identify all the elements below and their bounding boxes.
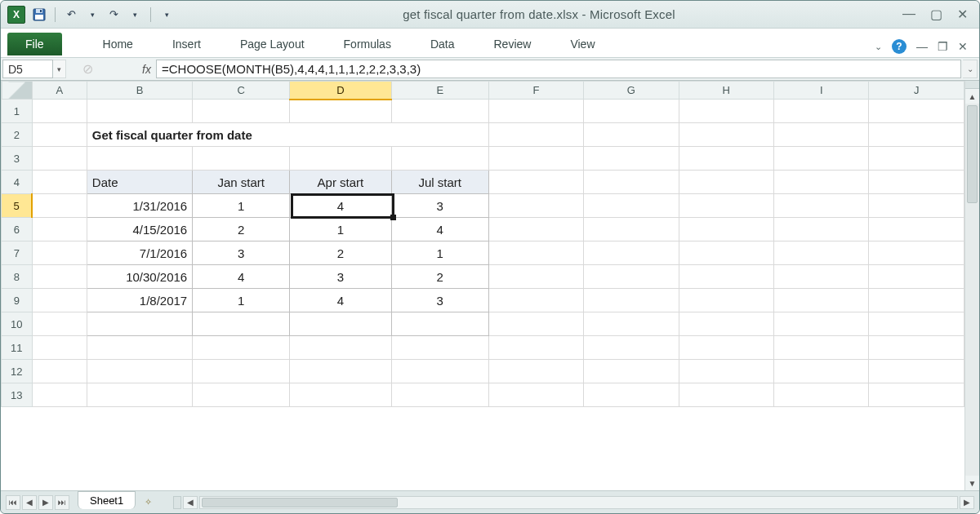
vertical-split-handle[interactable] xyxy=(965,81,979,89)
redo-dropdown-icon[interactable]: ▾ xyxy=(126,6,144,24)
table-cell[interactable] xyxy=(193,312,290,336)
table-header-jul[interactable]: Jul start xyxy=(391,171,488,194)
table-cell[interactable]: 1 xyxy=(290,218,392,241)
col-header[interactable]: I xyxy=(774,82,869,100)
sheet-nav-prev-icon[interactable]: ◀ xyxy=(22,495,37,510)
close-icon[interactable]: ✕ xyxy=(957,7,968,22)
row-header[interactable]: 6 xyxy=(2,218,33,241)
row-header[interactable]: 12 xyxy=(2,360,33,383)
name-box-dropdown-icon[interactable]: ▾ xyxy=(53,60,66,78)
row-header[interactable]: 13 xyxy=(2,383,33,407)
tab-data[interactable]: Data xyxy=(411,31,474,57)
vertical-scrollbar[interactable]: ▲ ▼ xyxy=(964,81,979,490)
row-header[interactable]: 4 xyxy=(2,171,33,194)
col-header[interactable]: E xyxy=(391,82,488,100)
redo-icon[interactable]: ↷ xyxy=(105,6,122,24)
row-header[interactable]: 11 xyxy=(2,336,33,360)
tab-review[interactable]: Review xyxy=(474,31,551,57)
sheet-nav-last-icon[interactable]: ⏭ xyxy=(55,495,69,510)
table-cell[interactable]: 4 xyxy=(290,289,392,312)
tab-view[interactable]: View xyxy=(550,31,614,57)
hscroll-thumb[interactable] xyxy=(202,498,398,507)
col-header[interactable]: F xyxy=(488,82,583,100)
table-cell[interactable]: 3 xyxy=(391,289,488,312)
maximize-icon[interactable]: ▢ xyxy=(930,7,942,22)
table-cell[interactable]: 4 xyxy=(391,218,488,241)
row-header[interactable]: 8 xyxy=(2,265,33,289)
sheet-nav-next-icon[interactable]: ▶ xyxy=(38,495,53,510)
fx-icon[interactable]: fx xyxy=(142,63,151,76)
horizontal-split-handle[interactable] xyxy=(173,496,181,509)
scroll-down-icon[interactable]: ▼ xyxy=(965,476,979,490)
fill-handle[interactable] xyxy=(390,215,396,220)
col-header[interactable]: J xyxy=(869,82,964,100)
table-cell[interactable]: 3 xyxy=(391,194,488,218)
row-header[interactable]: 10 xyxy=(2,312,33,336)
sheet-title[interactable]: Get fiscal quarter from date xyxy=(87,123,488,147)
table-cell[interactable]: 2 xyxy=(290,241,392,265)
col-header[interactable]: B xyxy=(87,82,192,100)
undo-icon[interactable]: ↶ xyxy=(62,6,80,24)
table-cell[interactable]: 1 xyxy=(391,241,488,265)
table-cell[interactable]: 2 xyxy=(391,265,488,289)
mdi-close-icon[interactable]: ✕ xyxy=(958,40,968,53)
col-header[interactable]: H xyxy=(679,82,773,100)
table-header-jan[interactable]: Jan start xyxy=(193,171,290,194)
undo-dropdown-icon[interactable]: ▾ xyxy=(83,6,101,24)
excel-app-icon[interactable]: X xyxy=(7,6,25,24)
table-cell[interactable]: 4 xyxy=(290,194,392,218)
new-sheet-icon[interactable]: ✧ xyxy=(139,495,157,510)
tab-page-layout[interactable]: Page Layout xyxy=(220,31,324,57)
table-cell[interactable]: 3 xyxy=(290,265,392,289)
save-icon[interactable] xyxy=(30,6,48,24)
row-header[interactable]: 3 xyxy=(2,147,33,171)
col-header[interactable]: C xyxy=(193,82,290,100)
table-cell[interactable] xyxy=(391,312,488,336)
hscroll-track[interactable] xyxy=(199,496,958,509)
scroll-up-icon[interactable]: ▲ xyxy=(965,89,979,104)
name-box[interactable]: D5 xyxy=(2,60,53,78)
file-tab[interactable]: File xyxy=(7,33,62,55)
horizontal-scrollbar[interactable]: ◀ ▶ xyxy=(173,496,974,509)
col-header[interactable]: G xyxy=(584,82,679,100)
table-cell[interactable]: 1 xyxy=(193,289,290,312)
table-header-apr[interactable]: Apr start xyxy=(290,171,392,194)
formula-expand-icon[interactable]: ⌄ xyxy=(963,60,978,78)
scroll-left-icon[interactable]: ◀ xyxy=(183,496,198,509)
formula-input[interactable]: =CHOOSE(MONTH(B5),4,4,4,1,1,1,2,2,2,3,3,… xyxy=(156,60,961,78)
table-cell[interactable]: 1/8/2017 xyxy=(87,289,192,312)
vscroll-track[interactable] xyxy=(965,104,979,476)
mdi-minimize-icon[interactable]: — xyxy=(916,40,928,53)
table-cell[interactable]: 1/31/2016 xyxy=(87,194,192,218)
row-header[interactable]: 1 xyxy=(2,100,33,123)
table-cell[interactable] xyxy=(290,312,392,336)
table-header-date[interactable]: Date xyxy=(87,171,192,194)
table-cell[interactable]: 3 xyxy=(193,241,290,265)
tab-home[interactable]: Home xyxy=(83,31,153,57)
row-header[interactable]: 5 xyxy=(2,194,33,218)
row-header[interactable]: 7 xyxy=(2,241,33,265)
table-cell[interactable]: 7/1/2016 xyxy=(87,241,192,265)
mdi-restore-icon[interactable]: ❐ xyxy=(938,40,948,53)
grid[interactable]: A B C D E F G H I J 1 2Get fiscal quarte… xyxy=(1,81,964,490)
qat-customize-icon[interactable]: ▾ xyxy=(158,6,176,24)
ribbon-minimize-icon[interactable]: ⌄ xyxy=(875,42,882,52)
minimize-icon[interactable]: — xyxy=(902,7,915,22)
table-cell[interactable]: 4 xyxy=(193,265,290,289)
scroll-right-icon[interactable]: ▶ xyxy=(960,496,974,509)
vscroll-thumb[interactable] xyxy=(967,105,978,203)
col-header[interactable]: A xyxy=(32,82,87,100)
select-all-corner[interactable] xyxy=(2,82,33,100)
sheet-nav-first-icon[interactable]: ⏮ xyxy=(6,495,20,510)
row-header[interactable]: 9 xyxy=(2,289,33,312)
table-cell[interactable]: 10/30/2016 xyxy=(87,265,192,289)
row-header[interactable]: 2 xyxy=(2,123,33,147)
table-cell[interactable]: 2 xyxy=(193,218,290,241)
tab-formulas[interactable]: Formulas xyxy=(324,31,411,57)
help-icon[interactable]: ? xyxy=(892,39,906,54)
sheet-tab-sheet1[interactable]: Sheet1 xyxy=(78,491,136,509)
col-header[interactable]: D xyxy=(290,82,392,100)
table-cell[interactable]: 4/15/2016 xyxy=(87,218,192,241)
table-cell[interactable]: 1 xyxy=(193,194,290,218)
table-cell[interactable] xyxy=(87,312,192,336)
